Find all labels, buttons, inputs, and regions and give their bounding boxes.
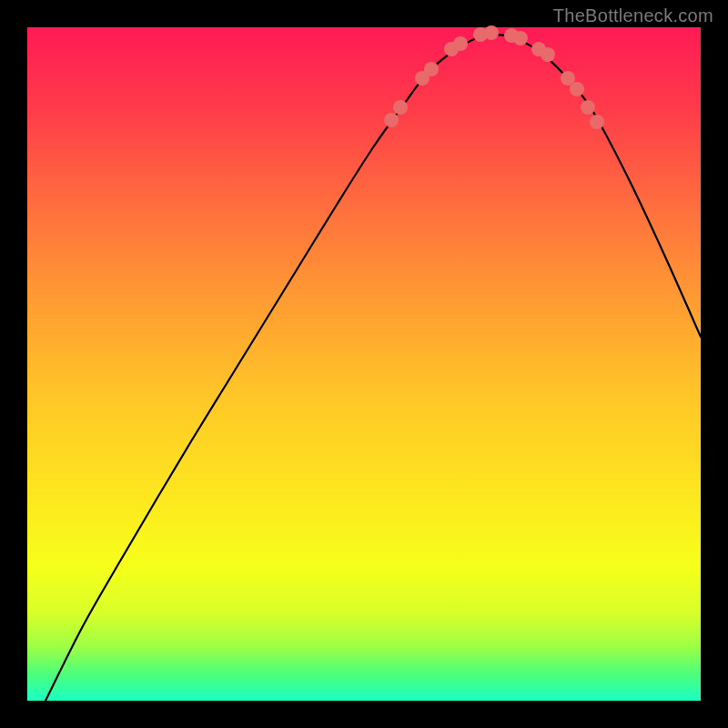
highlight-dot — [393, 100, 408, 115]
highlight-dot — [581, 100, 595, 115]
highlight-dot — [484, 25, 499, 40]
highlight-dot — [570, 82, 584, 96]
watermark-text: TheBottleneck.com — [553, 5, 713, 26]
highlight-dot — [513, 31, 528, 46]
bottleneck-curve — [46, 35, 701, 701]
highlight-dot — [453, 36, 468, 51]
highlight-dot — [590, 115, 604, 129]
highlight-dots-group — [384, 25, 604, 129]
highlight-dot — [424, 62, 439, 76]
highlight-dot — [384, 113, 399, 127]
highlight-dot — [541, 47, 555, 62]
chart-svg — [27, 27, 701, 701]
